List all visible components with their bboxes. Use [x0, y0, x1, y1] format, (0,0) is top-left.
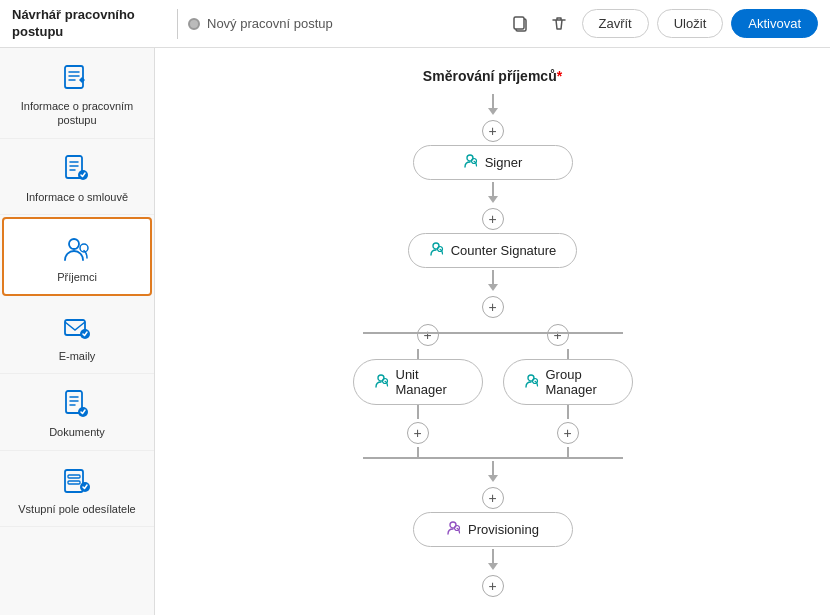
counter-signature-label: Counter Signature — [451, 243, 557, 258]
add-btn-unit[interactable]: + — [407, 422, 429, 444]
left-branch-top: + — [363, 321, 493, 349]
sidebar-item-sender-fields[interactable]: Vstupní pole odesílatele — [0, 451, 154, 527]
add-btn-4[interactable]: + — [482, 487, 504, 509]
add-btn-bottom[interactable]: + — [482, 575, 504, 597]
status-dot — [188, 18, 200, 30]
group-manager-node[interactable]: Group Manager — [503, 359, 633, 405]
left-bottom-line — [417, 405, 419, 419]
sidebar-item-label: Informace o smlouvě — [26, 190, 128, 204]
activate-button[interactable]: Aktivovat — [731, 9, 818, 38]
svg-point-5 — [69, 239, 79, 249]
flow-container: + Signer + — [353, 92, 633, 600]
unit-manager-node[interactable]: Unit Manager — [353, 359, 483, 405]
signer-icon — [463, 153, 479, 172]
documents-icon — [61, 388, 93, 420]
provisioning-node[interactable]: Provisioning — [413, 512, 573, 547]
sidebar-item-label: Příjemci — [57, 270, 97, 284]
parallel-section: + + — [353, 321, 633, 459]
left-branch: Unit Manager + — [353, 349, 483, 457]
sender-fields-icon — [61, 465, 93, 497]
h-bar — [363, 332, 623, 334]
right-bottom-line — [567, 405, 569, 419]
add-btn-group[interactable]: + — [557, 422, 579, 444]
svg-rect-1 — [514, 17, 524, 29]
sidebar-item-label: E-maily — [59, 349, 96, 363]
close-button[interactable]: Zavřít — [582, 9, 649, 38]
group-manager-icon — [524, 373, 540, 392]
arrow-1 — [488, 94, 498, 115]
left-end-line — [417, 447, 419, 457]
section-title: Směrování příjemců* — [423, 68, 562, 84]
workflow-info-icon — [61, 62, 93, 94]
sidebar-item-workflow-info[interactable]: Informace o pracovním postupu — [0, 48, 154, 139]
signer-node[interactable]: Signer — [413, 145, 573, 180]
add-btn-left[interactable]: + — [417, 324, 439, 346]
right-end-line — [567, 447, 569, 457]
app-title: Návrhář pracovního postupu — [12, 7, 167, 41]
main-content: Informace o pracovním postupu Informace … — [0, 48, 830, 615]
arrow-4 — [488, 461, 498, 482]
contract-info-icon — [61, 153, 93, 185]
parallel-top: + + — [363, 321, 623, 349]
left-top-line — [417, 349, 419, 359]
group-manager-label: Group Manager — [546, 367, 612, 397]
workflow-name: Nový pracovní postup — [207, 16, 333, 31]
add-btn-3[interactable]: + — [482, 296, 504, 318]
add-btn-right[interactable]: + — [547, 324, 569, 346]
add-btn-2[interactable]: + — [482, 208, 504, 230]
sidebar: Informace o pracovním postupu Informace … — [0, 48, 155, 615]
delete-button[interactable] — [544, 9, 574, 39]
counter-signature-icon — [429, 241, 445, 260]
sidebar-item-recipients[interactable]: Příjemci — [2, 217, 152, 296]
provisioning-icon — [446, 520, 462, 539]
right-top-line — [567, 349, 569, 359]
header: Návrhář pracovního postupu Nový pracovní… — [0, 0, 830, 48]
recipients-icon — [61, 233, 93, 265]
workflow-status: Nový pracovní postup — [188, 16, 506, 31]
save-button[interactable]: Uložit — [657, 9, 724, 38]
counter-signature-node[interactable]: Counter Signature — [408, 233, 578, 268]
provisioning-label: Provisioning — [468, 522, 539, 537]
unit-manager-icon — [374, 373, 390, 392]
add-btn-top[interactable]: + — [482, 120, 504, 142]
workflow-canvas: Směrování příjemců* + — [155, 48, 830, 615]
sidebar-item-emails[interactable]: E-maily — [0, 298, 154, 374]
header-divider — [177, 9, 178, 39]
arrow-2 — [488, 182, 498, 203]
right-branch: Group Manager + — [503, 349, 633, 457]
required-marker: * — [557, 68, 562, 84]
svg-rect-13 — [68, 481, 80, 484]
emails-icon — [61, 312, 93, 344]
h-bar-bottom — [363, 457, 623, 459]
sidebar-item-contract-info[interactable]: Informace o smlouvě — [0, 139, 154, 215]
unit-manager-label: Unit Manager — [396, 367, 462, 397]
header-actions: Zavřít Uložit Aktivovat — [506, 9, 819, 39]
sidebar-item-label: Dokumenty — [49, 425, 105, 439]
arrow-3 — [488, 270, 498, 291]
parallel-nodes: Unit Manager + — [353, 349, 633, 457]
svg-rect-2 — [65, 66, 83, 88]
arrow-5 — [488, 549, 498, 570]
copy-button[interactable] — [506, 9, 536, 39]
signer-label: Signer — [485, 155, 523, 170]
svg-rect-12 — [68, 475, 80, 478]
sidebar-item-label: Informace o pracovním postupu — [8, 99, 146, 128]
sidebar-item-documents[interactable]: Dokumenty — [0, 374, 154, 450]
right-branch-top: + — [493, 321, 623, 349]
sidebar-item-label: Vstupní pole odesílatele — [18, 502, 135, 516]
